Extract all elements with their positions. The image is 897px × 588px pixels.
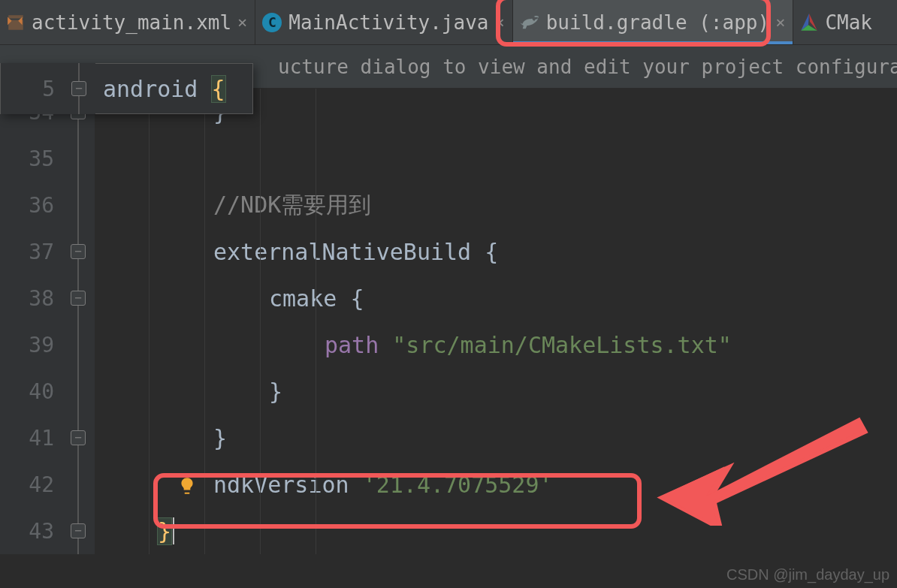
fold-toggle-icon[interactable]: − — [71, 244, 86, 259]
fold-toggle-icon[interactable]: − — [71, 81, 86, 96]
code-token: } — [158, 518, 171, 544]
gradle-icon — [519, 14, 540, 31]
gutter-lineno: 39 — [0, 321, 62, 368]
tab-label: CMak — [825, 11, 872, 34]
xml-file-icon — [6, 13, 26, 32]
tab-label: build.gradle (:app) — [546, 11, 769, 34]
code-token: } — [213, 425, 227, 451]
fold-column — [62, 135, 95, 182]
gutter-lineno: 37 — [0, 228, 62, 275]
code-cell[interactable] — [95, 135, 897, 182]
gutter-lineno: 41 — [0, 415, 62, 461]
tab-build-gradle-app[interactable]: build.gradle (:app) × — [513, 0, 794, 44]
breadcrumb-brace: { — [212, 76, 225, 102]
text-caret — [173, 517, 174, 544]
code-token: ndkVersion — [213, 472, 363, 498]
code-cell[interactable]: } — [95, 415, 897, 461]
gutter-lineno: 42 — [0, 461, 62, 508]
code-line[interactable]: 36//NDK需要用到 — [0, 182, 897, 228]
fold-column: − — [62, 228, 95, 275]
code-cell[interactable]: ndkVersion '21.4.7075529' — [95, 461, 897, 508]
code-line[interactable]: 40} — [0, 368, 897, 415]
close-icon[interactable]: × — [237, 13, 247, 32]
code-line[interactable]: 39path "src/main/CMakeLists.txt" — [0, 321, 897, 368]
gutter-lineno: 40 — [0, 368, 62, 415]
tab-label: MainActivity.java — [288, 11, 488, 34]
code-cell[interactable]: } — [95, 508, 897, 554]
code-token: '21.4.7075529' — [363, 472, 553, 498]
fold-column — [62, 321, 95, 368]
code-cell[interactable]: cmake { — [95, 275, 897, 321]
gutter-lineno: 36 — [0, 182, 62, 228]
code-token: externalNativeBuild — [213, 239, 485, 265]
intention-bulb-icon[interactable] — [177, 475, 197, 494]
code-line[interactable]: 38−cmake { — [0, 275, 897, 321]
code-token: path — [325, 332, 392, 358]
code-token: //NDK需要用到 — [213, 190, 371, 221]
tab-main-activity-java[interactable]: C MainActivity.java × — [255, 0, 512, 44]
code-line[interactable]: 35 — [0, 135, 897, 182]
fold-toggle-icon[interactable]: − — [71, 523, 86, 538]
fold-column — [62, 368, 95, 415]
code-cell[interactable]: path "src/main/CMakeLists.txt" — [95, 321, 897, 368]
code-cell[interactable]: //NDK需要用到 — [95, 182, 897, 228]
code-editor[interactable]: 34−}3536//NDK需要用到37−externalNativeBuild … — [0, 89, 897, 588]
fold-toggle-icon[interactable]: − — [71, 430, 86, 445]
code-token: { — [485, 239, 498, 265]
fold-toggle-icon[interactable]: − — [71, 291, 86, 306]
fold-column: − — [62, 415, 95, 461]
hint-text: ucture dialog to view and edit your proj… — [278, 56, 897, 78]
code-token: } — [269, 378, 282, 405]
gutter-lineno: 35 — [0, 135, 62, 182]
close-icon[interactable]: × — [494, 13, 504, 32]
code-line[interactable]: 37−externalNativeBuild { — [0, 228, 897, 275]
code-line[interactable]: 43−} — [0, 508, 897, 554]
code-token: "src/main/CMakeLists.txt" — [392, 332, 732, 358]
breadcrumb-keyword: android — [103, 76, 198, 102]
fold-column — [62, 182, 95, 228]
code-cell[interactable]: } — [95, 368, 897, 415]
code-token: { — [350, 285, 364, 312]
java-class-icon: C — [261, 12, 282, 33]
close-icon[interactable]: × — [775, 13, 785, 32]
code-line[interactable]: 41−} — [0, 415, 897, 461]
tab-activity-main-xml[interactable]: activity_main.xml × — [0, 0, 255, 44]
cmake-icon — [799, 13, 819, 32]
breadcrumb-popup: 5 − android { — [0, 63, 253, 114]
fold-column: − — [62, 275, 95, 321]
gutter-lineno: 38 — [0, 275, 62, 321]
watermark-text: CSDN @jim_dayday_up — [726, 566, 889, 583]
tab-cmake[interactable]: CMak — [793, 0, 880, 44]
gutter-lineno: 43 — [0, 508, 62, 554]
code-line[interactable]: 42ndkVersion '21.4.7075529' — [0, 461, 897, 508]
breadcrumb-lineno: 5 — [1, 63, 62, 114]
fold-column — [62, 461, 95, 508]
fold-column: − — [62, 508, 95, 554]
code-cell[interactable]: externalNativeBuild { — [95, 228, 897, 275]
editor-tab-bar: activity_main.xml × C MainActivity.java … — [0, 0, 897, 45]
tab-label: activity_main.xml — [32, 11, 231, 34]
code-token: cmake — [269, 285, 350, 312]
